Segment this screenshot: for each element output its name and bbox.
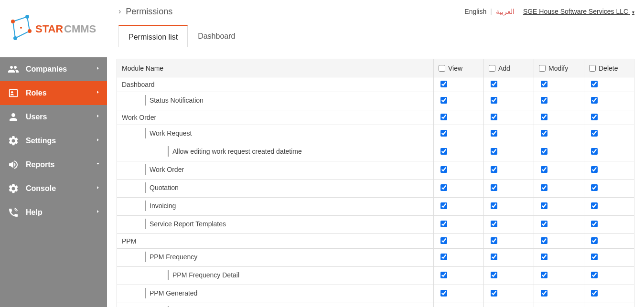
sidebar-item-roles[interactable]: Roles xyxy=(0,81,107,105)
add-checkbox[interactable] xyxy=(491,81,497,87)
modify-cell xyxy=(534,143,584,161)
view-cell xyxy=(434,180,484,198)
add-checkbox[interactable] xyxy=(491,130,497,137)
tab-permission-list[interactable]: Permission list xyxy=(118,25,188,47)
sidebar-item-console[interactable]: Console xyxy=(0,177,107,201)
header-add: Add xyxy=(484,59,534,77)
sidebar-item-help[interactable]: Help xyxy=(0,201,107,224)
view-checkbox[interactable] xyxy=(440,97,447,104)
modify-cell xyxy=(534,92,584,110)
chevron-right-icon xyxy=(96,113,100,121)
add-checkbox[interactable] xyxy=(491,237,497,244)
view-checkbox[interactable] xyxy=(440,130,447,137)
add-checkbox[interactable] xyxy=(491,148,497,155)
modify-checkbox[interactable] xyxy=(541,148,547,155)
sidebar-item-settings[interactable]: Settings xyxy=(0,129,107,153)
modify-checkbox[interactable] xyxy=(541,114,547,120)
modify-checkbox[interactable] xyxy=(541,166,547,173)
view-cell xyxy=(434,77,484,92)
header-view-checkbox[interactable] xyxy=(439,65,445,72)
header-modify: Modify xyxy=(534,59,584,77)
view-checkbox[interactable] xyxy=(440,81,447,87)
view-checkbox[interactable] xyxy=(440,221,447,227)
add-cell xyxy=(484,92,534,110)
add-checkbox[interactable] xyxy=(491,221,497,227)
modify-cell xyxy=(534,198,584,216)
logo[interactable]: STAR CMMS xyxy=(0,0,107,57)
tab-dashboard[interactable]: Dashboard xyxy=(188,25,245,47)
delete-checkbox[interactable] xyxy=(591,254,598,260)
add-checkbox[interactable] xyxy=(491,97,497,104)
sidebar-item-reports[interactable]: Reports xyxy=(0,153,107,177)
view-checkbox[interactable] xyxy=(440,237,447,244)
add-checkbox[interactable] xyxy=(491,114,497,120)
modify-checkbox[interactable] xyxy=(541,184,547,191)
delete-checkbox[interactable] xyxy=(591,202,598,209)
modify-cell xyxy=(534,125,584,143)
delete-checkbox[interactable] xyxy=(591,221,598,227)
delete-checkbox[interactable] xyxy=(591,114,598,120)
modify-cell xyxy=(534,161,584,180)
add-checkbox[interactable] xyxy=(491,254,497,260)
indent-bar xyxy=(145,128,146,138)
modify-checkbox[interactable] xyxy=(541,237,547,244)
add-cell xyxy=(484,216,534,234)
lang-english[interactable]: English xyxy=(464,8,486,15)
modify-checkbox[interactable] xyxy=(541,97,547,104)
view-checkbox[interactable] xyxy=(440,290,447,296)
view-cell xyxy=(434,92,484,110)
modify-checkbox[interactable] xyxy=(541,254,547,260)
header-view: View xyxy=(434,59,484,77)
sidebar-item-users[interactable]: Users xyxy=(0,105,107,129)
modify-checkbox[interactable] xyxy=(541,202,547,209)
modify-cell xyxy=(534,285,584,303)
delete-checkbox[interactable] xyxy=(591,81,598,87)
indent-bar xyxy=(145,95,146,106)
view-checkbox[interactable] xyxy=(440,184,447,191)
modify-checkbox[interactable] xyxy=(541,221,547,227)
view-checkbox[interactable] xyxy=(440,148,447,155)
add-cell xyxy=(484,143,534,161)
delete-checkbox[interactable] xyxy=(591,184,598,191)
delete-checkbox[interactable] xyxy=(591,290,598,296)
header-modify-checkbox[interactable] xyxy=(539,65,546,72)
delete-checkbox[interactable] xyxy=(591,97,598,104)
company-dropdown[interactable]: SGE House Software Services LLC ▾ xyxy=(523,8,634,15)
breadcrumb: › Permissions xyxy=(118,7,172,17)
add-cell xyxy=(484,125,534,143)
delete-checkbox[interactable] xyxy=(591,130,598,137)
header-delete-checkbox[interactable] xyxy=(589,65,596,72)
delete-cell xyxy=(584,125,634,143)
add-checkbox[interactable] xyxy=(491,184,497,191)
lang-arabic[interactable]: العربية xyxy=(496,8,515,15)
gear-icon xyxy=(8,183,19,194)
modify-checkbox[interactable] xyxy=(541,81,547,87)
table-row: Quotation xyxy=(117,180,634,198)
top-right: English | العربية SGE House Software Ser… xyxy=(464,8,634,15)
view-checkbox[interactable] xyxy=(440,114,447,120)
sidebar-item-companies[interactable]: Companies xyxy=(0,57,107,81)
delete-checkbox[interactable] xyxy=(591,272,598,278)
add-cell xyxy=(484,180,534,198)
view-checkbox[interactable] xyxy=(440,272,447,278)
modify-checkbox[interactable] xyxy=(541,290,547,296)
module-label: Work Request xyxy=(150,129,192,137)
header-add-checkbox[interactable] xyxy=(489,65,495,72)
view-checkbox[interactable] xyxy=(440,166,447,173)
delete-checkbox[interactable] xyxy=(591,237,598,244)
view-checkbox[interactable] xyxy=(440,254,447,260)
delete-checkbox[interactable] xyxy=(591,148,598,155)
modify-checkbox[interactable] xyxy=(541,130,547,137)
add-checkbox[interactable] xyxy=(491,290,497,296)
delete-checkbox[interactable] xyxy=(591,166,598,173)
table-row: Service Report Templates xyxy=(117,216,634,234)
main: › Permissions English | العربية SGE Hous… xyxy=(107,0,644,307)
add-checkbox[interactable] xyxy=(491,272,497,278)
add-checkbox[interactable] xyxy=(491,202,497,209)
view-checkbox[interactable] xyxy=(440,202,447,209)
indent-bar xyxy=(168,270,169,280)
add-checkbox[interactable] xyxy=(491,166,497,173)
svg-point-2 xyxy=(28,29,32,33)
modify-checkbox[interactable] xyxy=(541,272,547,278)
tabs: Permission listDashboard xyxy=(107,25,644,47)
